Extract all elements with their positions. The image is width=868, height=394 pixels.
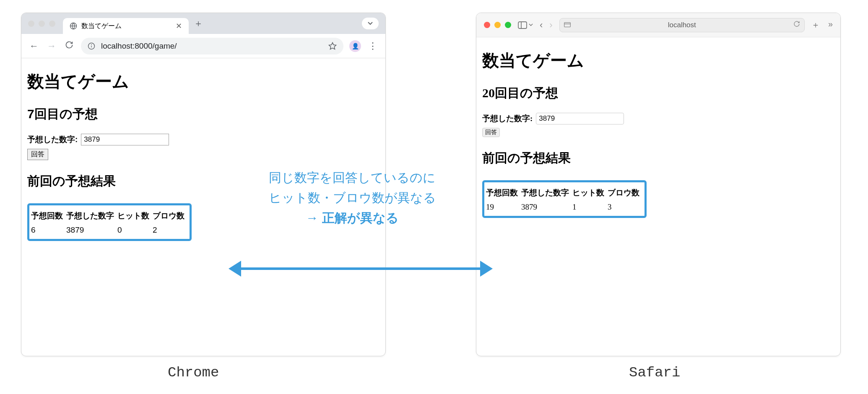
- chrome-label: Chrome: [168, 365, 219, 381]
- td-hit: 1: [572, 199, 608, 215]
- th-guess: 予想した数字: [66, 210, 117, 222]
- safari-browser-window: ‹ › localhost ＋ » 数当てゲーム 20回目の予想 予想した数字:…: [476, 13, 841, 356]
- page-title: 数当てゲーム: [27, 70, 379, 93]
- annotation-line2: ヒット数・ブロウ数が異なる: [235, 188, 470, 208]
- safari-page-content: 数当てゲーム 20回目の予想 予想した数字: 回答 前回の予想結果 予想回数 予…: [476, 37, 840, 226]
- menu-button[interactable]: ⋮: [367, 41, 379, 52]
- profile-avatar-icon: 👤: [352, 43, 359, 49]
- new-tab-button[interactable]: ＋: [194, 17, 203, 30]
- bookmark-star-icon[interactable]: [328, 42, 337, 50]
- svg-rect-5: [518, 22, 527, 29]
- td-guess: 3879: [66, 222, 117, 238]
- td-blow: 3: [608, 199, 643, 215]
- comparison-arrow-line: [239, 267, 482, 270]
- result-table: 予想回数 予想した数字 ヒット数 ブロウ数 19 3879 1 3: [486, 187, 643, 215]
- guess-form-row: 予想した数字:: [27, 134, 379, 145]
- safari-label: Safari: [629, 365, 680, 381]
- back-button[interactable]: ←: [28, 41, 40, 52]
- th-guess: 予想した数字: [521, 187, 572, 199]
- annotation-line1: 同じ数字を回答しているのに: [235, 168, 470, 188]
- th-blow: ブロウ数: [153, 210, 188, 222]
- site-settings-icon[interactable]: [564, 21, 571, 29]
- reload-button[interactable]: [793, 21, 800, 29]
- tab-title: 数当てゲーム: [81, 22, 122, 31]
- th-count: 予想回数: [486, 187, 521, 199]
- submit-button[interactable]: 回答: [482, 128, 500, 137]
- url-text: localhost: [668, 21, 696, 29]
- forward-button[interactable]: ›: [549, 20, 552, 31]
- td-count: 19: [486, 199, 521, 215]
- submit-button[interactable]: 回答: [27, 149, 48, 160]
- table-header-row: 予想回数 予想した数字 ヒット数 ブロウ数: [31, 210, 188, 222]
- maximize-window-button[interactable]: [505, 22, 511, 28]
- page-title: 数当てゲーム: [482, 49, 834, 72]
- maximize-window-button[interactable]: [49, 21, 55, 27]
- annotation-conclusion: 正解が異なる: [322, 211, 399, 225]
- minimize-window-button[interactable]: [494, 22, 501, 28]
- result-heading: 前回の予想結果: [482, 150, 834, 167]
- address-bar[interactable]: localhost: [559, 18, 805, 32]
- reload-icon: [793, 21, 800, 27]
- svg-rect-7: [564, 22, 570, 27]
- result-table: 予想回数 予想した数字 ヒット数 ブロウ数 6 3879 0 2: [31, 210, 188, 238]
- guess-input-label: 予想した数字:: [482, 113, 533, 124]
- reload-icon: [65, 41, 73, 49]
- new-tab-button[interactable]: ＋: [811, 19, 820, 31]
- safari-toolbar-right: ＋ »: [811, 19, 833, 31]
- annotation-text: 同じ数字を回答しているのに ヒット数・ブロウ数が異なる → 正解が異なる: [235, 168, 470, 228]
- sidebar-toggle-button[interactable]: [518, 21, 533, 29]
- tabs-overview-button[interactable]: »: [828, 19, 833, 31]
- th-hit: ヒット数: [572, 187, 608, 199]
- td-count: 6: [31, 222, 66, 238]
- profile-button[interactable]: 👤: [349, 40, 361, 52]
- tabs-dropdown-button[interactable]: [362, 18, 379, 29]
- globe-icon: [70, 22, 77, 30]
- browser-tab[interactable]: 数当てゲーム ✕: [63, 18, 189, 34]
- chevron-down-icon: [529, 23, 533, 26]
- guess-form-row: 予想した数字:: [482, 113, 834, 124]
- sidebar-icon: [518, 21, 527, 29]
- result-highlight-box: 予想回数 予想した数字 ヒット数 ブロウ数 19 3879 1 3: [482, 180, 647, 218]
- td-hit: 0: [117, 222, 153, 238]
- traffic-lights: [484, 22, 511, 28]
- chrome-tab-bar: 数当てゲーム ✕ ＋: [21, 13, 385, 34]
- td-guess: 3879: [521, 199, 572, 215]
- minimize-window-button[interactable]: [39, 21, 45, 27]
- arrow-head-right-icon: [480, 261, 493, 277]
- address-bar[interactable]: localhost:8000/game/: [81, 38, 343, 54]
- close-window-button[interactable]: [484, 22, 490, 28]
- chrome-toolbar: ← → localhost:8000/game/ 👤 ⋮: [21, 34, 385, 58]
- close-tab-icon[interactable]: ✕: [176, 21, 182, 31]
- guess-input[interactable]: [536, 113, 624, 124]
- th-blow: ブロウ数: [608, 187, 643, 199]
- forward-button[interactable]: →: [46, 41, 57, 52]
- info-icon[interactable]: [88, 42, 95, 50]
- chevron-down-icon: [368, 22, 373, 25]
- annotation-arrow-prefix: →: [306, 211, 322, 225]
- table-header-row: 予想回数 予想した数字 ヒット数 ブロウ数: [486, 187, 643, 199]
- reload-button[interactable]: [63, 41, 75, 52]
- svg-point-3: [91, 44, 92, 45]
- back-button[interactable]: ‹: [540, 20, 543, 31]
- result-highlight-box: 予想回数 予想した数字 ヒット数 ブロウ数 6 3879 0 2: [27, 203, 192, 241]
- guess-heading: 7回目の予想: [27, 106, 379, 123]
- traffic-lights: [28, 21, 55, 27]
- guess-input-label: 予想した数字:: [27, 134, 78, 145]
- annotation-line3: → 正解が異なる: [235, 208, 470, 228]
- guess-input[interactable]: [81, 134, 169, 145]
- safari-toolbar: ‹ › localhost ＋ »: [476, 13, 840, 37]
- url-text: localhost:8000/game/: [101, 41, 177, 51]
- svg-marker-4: [329, 42, 336, 49]
- guess-heading: 20回目の予想: [482, 85, 834, 102]
- th-hit: ヒット数: [117, 210, 153, 222]
- td-blow: 2: [153, 222, 188, 238]
- th-count: 予想回数: [31, 210, 66, 222]
- table-row: 6 3879 0 2: [31, 222, 188, 238]
- table-row: 19 3879 1 3: [486, 199, 643, 215]
- close-window-button[interactable]: [28, 21, 34, 27]
